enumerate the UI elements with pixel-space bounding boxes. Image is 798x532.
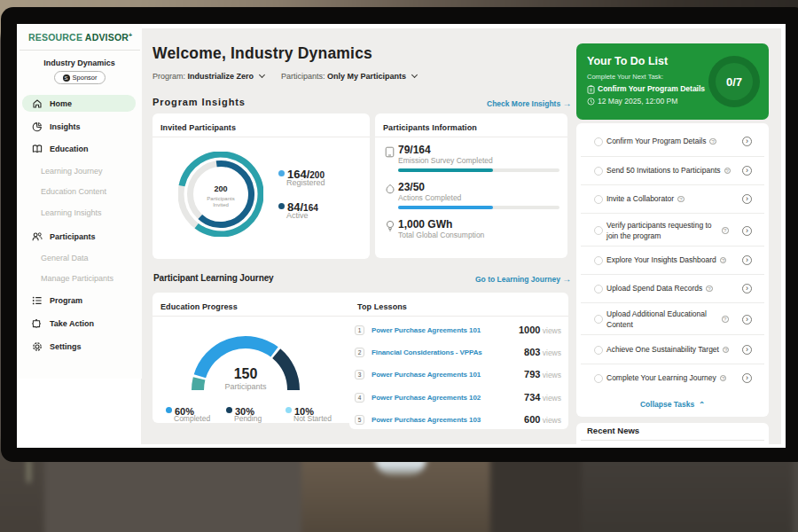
svg-text:Participants: Participants [207, 196, 234, 201]
svg-text:200: 200 [214, 184, 227, 193]
svg-text:Invited: Invited [213, 202, 229, 207]
